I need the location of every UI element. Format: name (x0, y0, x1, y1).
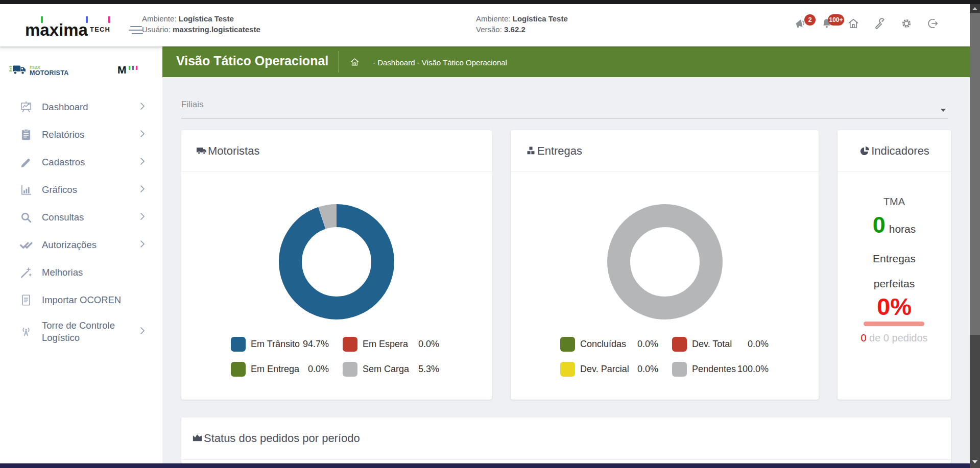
sidebar-menu: Dashboard Relatórios Cadastros (0, 83, 162, 350)
chevron-right-icon (140, 130, 145, 140)
logout-icon[interactable] (927, 17, 939, 30)
chevron-right-icon (140, 102, 145, 112)
legend-swatch (231, 337, 246, 352)
legend-value: 0.0% (289, 362, 329, 377)
legend-value: 94.7% (289, 337, 329, 352)
status-pedidos-card-header: Status dos pedidos por período (181, 417, 951, 460)
motoristas-card: Motoristas Em Trânsito 94.7% Em Espera 0… (181, 130, 492, 400)
browser-bottom-strip (0, 463, 970, 468)
max-motorista-logo: max MOTORISTA (30, 64, 69, 76)
tools-wrench-icon[interactable] (874, 17, 886, 30)
legend-value: 0.0% (386, 337, 439, 352)
m-mark-logo: M (117, 64, 137, 76)
legend-value: 5.3% (386, 362, 439, 377)
magic-wand-icon (19, 266, 33, 279)
truck-icon (196, 145, 207, 157)
dashboard-content: Filiais Motoristas Em Trânsito (162, 77, 970, 463)
document-icon (19, 293, 33, 307)
pie-chart-icon (859, 145, 871, 157)
max-motorista-truck-icon (9, 65, 30, 76)
legend-swatch (672, 362, 687, 377)
sidebar-item-relatorios[interactable]: Relatórios (0, 121, 162, 149)
status-pedidos-card-title: Status dos pedidos por período (204, 432, 360, 445)
title-divider (339, 51, 339, 72)
legend-swatch (343, 337, 357, 352)
tma-label: TMA (838, 196, 951, 208)
logo-accent-pink (108, 16, 110, 23)
settings-gear-icon[interactable] (900, 17, 913, 30)
legend-swatch (343, 362, 357, 377)
home-icon[interactable] (847, 17, 859, 30)
legend-swatch (231, 362, 246, 377)
breadcrumb: - Dashboard - Visão Tático Operacional (373, 58, 507, 67)
sidebar-item-consultas[interactable]: Consultas (0, 204, 162, 231)
sidebar-item-autorizacoes[interactable]: Autorizações (0, 231, 162, 259)
logo-accent-blue (86, 16, 88, 23)
dashboard-icon (19, 101, 33, 114)
menu-toggle-icon[interactable] (129, 26, 143, 35)
scrollbar-thumb[interactable] (970, 13, 980, 335)
app-header: maxima TECH Ambiente: Logística Teste Us… (0, 4, 970, 46)
legend-value: 0.0% (618, 337, 658, 352)
boxes-icon (525, 145, 537, 157)
motoristas-legend: Em Trânsito 94.7% Em Espera 0.0% Em Entr… (181, 337, 492, 377)
motoristas-card-header: Motoristas (181, 130, 492, 172)
maxima-logo-tech: TECH (90, 26, 110, 33)
legend-value: 0.0% (618, 362, 658, 377)
filiais-select-underline (181, 118, 948, 118)
page-title-bar: Visão Tático Operacional - Dashboard - V… (162, 46, 970, 77)
search-icon (19, 211, 33, 224)
entregas-legend: Concluídas 0.0% Dev. Total 0.0% Dev. Par… (511, 337, 819, 377)
maxima-logo: maxima (25, 20, 88, 40)
logo-accent-green (41, 16, 43, 23)
sidebar-item-importar-ocoren[interactable]: Importar OCOREN (0, 286, 162, 314)
entregas-card-title: Entregas (537, 144, 582, 158)
legend-value: 0.0% (715, 337, 769, 352)
legend-swatch (672, 337, 687, 352)
motoristas-donut-chart (279, 204, 394, 319)
legend-swatch (560, 362, 575, 377)
legend-value: 100.0% (715, 362, 769, 377)
chevron-right-icon (140, 327, 145, 337)
status-pedidos-card: Status dos pedidos por período (181, 417, 951, 463)
sidebar: max MOTORISTA M Dashboard Relatórios (0, 46, 162, 463)
notifications-badge[interactable]: 100+ (828, 14, 844, 26)
control-tower-antenna-icon (19, 325, 33, 338)
sidebar-logo-area: max MOTORISTA M (0, 46, 162, 83)
scroll-down-arrow-icon[interactable] (972, 460, 977, 463)
sidebar-item-melhorias[interactable]: Melhorias (0, 259, 162, 286)
scrollbar-up-button[interactable] (970, 4, 980, 13)
entregas-perfeitas-label-line1: Entregas (838, 253, 951, 265)
entregas-card-header: Entregas (511, 130, 819, 172)
announcements-badge[interactable]: 2 (804, 14, 816, 26)
sidebar-item-torre-de-controle[interactable]: Torre de Controle Logístico (0, 314, 162, 350)
double-check-icon (19, 238, 33, 252)
sidebar-item-dashboard[interactable]: Dashboard (0, 93, 162, 121)
filiais-select-label[interactable]: Filiais (181, 100, 203, 110)
pencil-icon (19, 156, 33, 169)
reports-clipboard-icon (19, 128, 33, 141)
browser-top-strip (0, 0, 980, 4)
chevron-right-icon (140, 185, 145, 195)
chevron-right-icon (140, 157, 145, 167)
indicadores-card: Indicadores TMA 0horas Entregas perfeita… (838, 130, 951, 400)
motoristas-card-title: Motoristas (208, 144, 259, 158)
chevron-right-icon (140, 212, 145, 223)
entregas-card: Entregas Concluídas 0.0% Dev. Total 0.0%… (511, 130, 819, 400)
legend-swatch (560, 337, 575, 352)
page-scrollbar[interactable] (970, 4, 980, 468)
tma-value: 0horas (838, 212, 951, 238)
filiais-dropdown-caret-icon[interactable] (941, 109, 946, 112)
sidebar-item-graficos[interactable]: Gráficos (0, 176, 162, 204)
bar-chart-icon (19, 183, 33, 196)
percent-underline-bar (864, 322, 924, 326)
orders-count: 0 de 0 pedidos (838, 332, 951, 344)
scroll-up-arrow-icon (972, 7, 977, 10)
entregas-perfeitas-percent: 0% (838, 292, 951, 321)
chevron-right-icon (140, 240, 145, 250)
breadcrumb-home-icon[interactable] (350, 57, 360, 67)
environment-info: Ambiente: Logística Teste Usuário: maxst… (142, 13, 260, 35)
sidebar-item-cadastros[interactable]: Cadastros (0, 149, 162, 176)
version-info: Ambiente: Logística Teste Versão: 3.62.2 (476, 13, 568, 35)
entregas-perfeitas-label-line2: perfeitas (838, 278, 951, 290)
